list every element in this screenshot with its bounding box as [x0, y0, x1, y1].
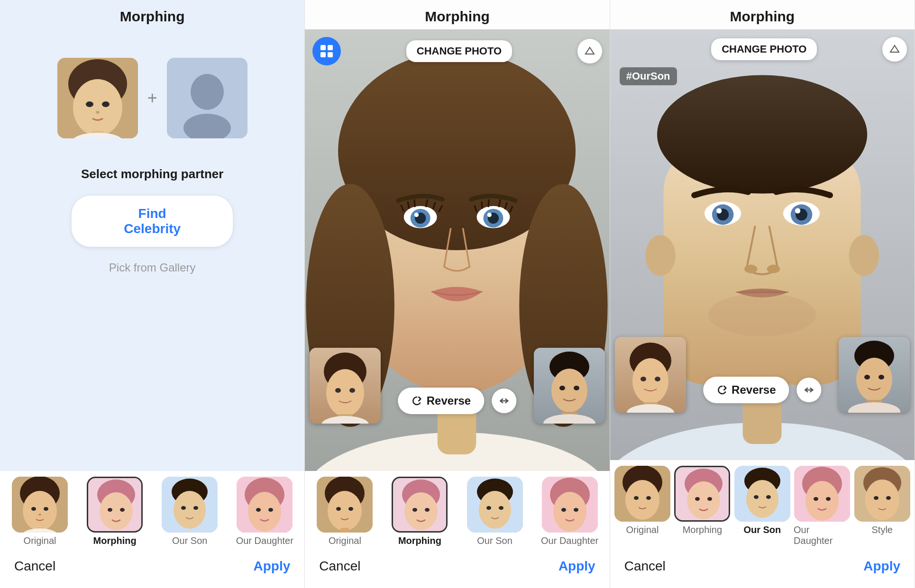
tab-label-ourdaughter: Our Daughter: [236, 535, 293, 546]
svg-point-21: [100, 492, 133, 530]
tab-face-ourson: [162, 477, 218, 533]
tab-ourdaughter-panel3[interactable]: Our Daughter: [794, 466, 851, 546]
svg-point-143: [814, 497, 818, 501]
face-1-svg: [57, 58, 138, 138]
tab-ourson-panel2[interactable]: Our Son: [458, 477, 531, 546]
svg-point-57: [335, 388, 341, 393]
svg-point-113: [640, 377, 646, 381]
change-photo-button-3[interactable]: CHANGE PHOTO: [711, 38, 817, 60]
svg-point-3: [86, 101, 93, 107]
svg-point-82: [479, 491, 511, 529]
tab-face-original: [12, 477, 68, 533]
cancel-button-panel3[interactable]: Cancel: [624, 559, 666, 574]
svg-point-16: [38, 514, 41, 516]
tab-face-style-p3: [854, 466, 910, 522]
panel-3-photo-area: CHANGE PHOTO #OurSon: [610, 29, 915, 460]
tab-label-ourson: Our Son: [172, 535, 207, 546]
tab-style-panel3[interactable]: Style: [854, 466, 911, 546]
svg-point-79: [425, 508, 430, 512]
tab-ourson-panel3[interactable]: Our Son: [734, 466, 791, 546]
tab-face-morphing: [88, 478, 143, 533]
tab-original-panel3[interactable]: Original: [614, 466, 671, 546]
tab-original-panel2[interactable]: Original: [309, 477, 381, 546]
find-celebrity-button[interactable]: Find Celebrity: [72, 196, 233, 247]
photo-thumb-left-3[interactable]: [615, 337, 686, 413]
thumb-face-left-3: [615, 337, 686, 413]
svg-point-15: [44, 507, 48, 511]
tab-thumb-ourson-p3: [734, 466, 790, 522]
panel-1: Morphing: [0, 0, 305, 588]
svg-point-13: [23, 491, 57, 531]
tab-label-ourson-p2: Our Son: [477, 535, 512, 546]
cancel-button-panel2[interactable]: Cancel: [319, 559, 360, 574]
cancel-button-panel1[interactable]: Cancel: [14, 559, 55, 574]
reverse-button-3[interactable]: Reverse: [703, 377, 789, 403]
svg-point-56: [326, 369, 364, 416]
grid-icon: [319, 44, 334, 59]
photo-thumb-right-2[interactable]: [534, 348, 605, 424]
tab-face-ourdaughter: [237, 477, 293, 533]
svg-point-58: [349, 388, 355, 393]
tab-thumb-morphing-p2: [392, 477, 448, 533]
tab-ourson-panel1[interactable]: Our Son: [154, 477, 226, 546]
panel-1-title: Morphing: [0, 0, 304, 29]
svg-rect-36: [320, 52, 326, 57]
tab-thumb-style-p3: [854, 466, 910, 522]
expand-icon-3: [804, 384, 815, 396]
tab-thumb-morphing-p3: [674, 466, 730, 522]
face-placeholder-svg: [167, 58, 247, 138]
pick-gallery-button[interactable]: Pick from Gallery: [104, 256, 201, 279]
tab-label-original: Original: [24, 535, 56, 546]
tab-thumb-ourdaughter-p2: [542, 477, 598, 533]
svg-point-77: [404, 492, 438, 530]
svg-point-63: [551, 369, 587, 412]
eraser-button-2[interactable]: [577, 39, 602, 63]
thumb-face-left-2: [310, 348, 381, 424]
svg-point-121: [878, 375, 884, 380]
change-photo-button-2[interactable]: CHANGE PHOTO: [406, 40, 512, 62]
tab-face-original-p3: [614, 466, 670, 522]
svg-point-5: [96, 111, 100, 114]
tab-morphing-panel2[interactable]: Morphing: [384, 477, 456, 546]
expand-button-3[interactable]: [797, 378, 822, 402]
svg-point-120: [864, 375, 870, 380]
svg-point-127: [625, 480, 659, 520]
bottom-tabs-panel3: Original Morphing: [610, 460, 915, 549]
svg-point-101: [716, 208, 722, 213]
tab-ourdaughter-panel1[interactable]: Our Daughter: [229, 477, 301, 546]
grid-icon-button-2[interactable]: [312, 37, 341, 65]
photo-thumb-left-2[interactable]: [310, 348, 381, 424]
face-placeholder[interactable]: [167, 58, 247, 138]
face-photo-1[interactable]: [57, 58, 138, 138]
eraser-button-3[interactable]: [882, 37, 907, 62]
svg-point-148: [874, 496, 878, 500]
tab-thumb-original-p2: [317, 477, 373, 533]
tab-ourdaughter-panel2[interactable]: Our Daughter: [534, 477, 606, 546]
tab-label-morphing-p3: Morphing: [683, 525, 722, 535]
reverse-button-2[interactable]: Reverse: [398, 388, 484, 414]
svg-point-32: [256, 508, 261, 512]
tab-morphing-panel1[interactable]: Morphing: [79, 477, 151, 546]
apply-button-panel1[interactable]: Apply: [254, 559, 291, 574]
svg-point-114: [655, 377, 660, 381]
reverse-icon-3: [716, 384, 728, 396]
tab-thumb-ourson: [162, 477, 218, 533]
expand-button-2[interactable]: [492, 389, 516, 413]
svg-point-72: [336, 507, 341, 511]
svg-point-133: [695, 497, 700, 501]
bottom-tabs-panel1: Original Morphing: [0, 471, 304, 549]
photo-thumb-right-3[interactable]: [839, 337, 910, 413]
eraser-icon-3: [888, 43, 901, 56]
svg-point-129: [646, 496, 651, 500]
tab-face-original-p2: [317, 477, 373, 533]
apply-button-panel2[interactable]: Apply: [558, 559, 595, 574]
photo-overlay-header-3: CHANGE PHOTO: [610, 29, 915, 69]
eraser-icon: [583, 45, 596, 58]
tab-original-panel1[interactable]: Original: [4, 477, 76, 546]
tab-thumb-original: [12, 477, 68, 533]
svg-point-119: [856, 358, 892, 401]
tab-face-ourdaughter-p3: [794, 466, 850, 522]
tab-morphing-panel3[interactable]: Morphing: [674, 466, 731, 546]
svg-point-71: [328, 491, 362, 531]
apply-button-panel3[interactable]: Apply: [863, 559, 900, 574]
